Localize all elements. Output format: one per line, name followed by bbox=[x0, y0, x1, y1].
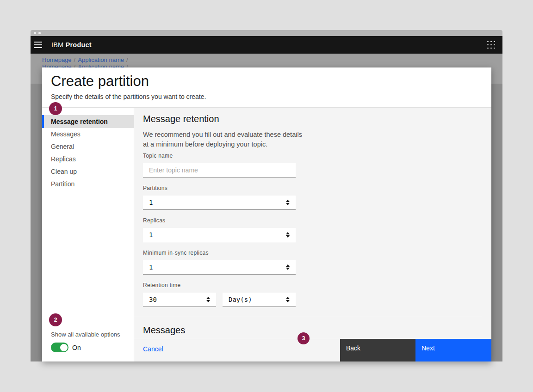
number-stepper[interactable] bbox=[286, 297, 290, 302]
retention-unit-field bbox=[223, 293, 296, 307]
nav-item-message-retention[interactable]: Message retention bbox=[42, 115, 134, 128]
increment-icon[interactable] bbox=[286, 264, 290, 267]
decrement-icon[interactable] bbox=[286, 235, 290, 238]
number-stepper[interactable] bbox=[286, 200, 290, 205]
partitions-field bbox=[143, 196, 296, 210]
options-toggle-section: Show all available options On bbox=[51, 331, 120, 352]
step-badge-3: 3 bbox=[297, 332, 310, 344]
breadcrumb-link-homepage[interactable]: Homepage bbox=[42, 56, 72, 63]
brand-title: IBM Product bbox=[51, 41, 92, 49]
increment-icon[interactable] bbox=[286, 232, 290, 234]
retention-time-row bbox=[143, 288, 491, 307]
retention-time-label: Retention time bbox=[143, 282, 491, 288]
cancel-button[interactable]: Cancel bbox=[143, 345, 163, 353]
window-dot-icon[interactable] bbox=[38, 32, 41, 34]
brand-name: Product bbox=[66, 41, 92, 49]
retention-time-field bbox=[143, 293, 216, 307]
section-description: We recommend you fill out and evaluate t… bbox=[143, 130, 304, 149]
nav-item-messages[interactable]: Messages bbox=[42, 128, 134, 141]
next-button[interactable]: Next bbox=[415, 339, 491, 361]
modal-subtitle: Specify the details of the partitions yo… bbox=[51, 93, 491, 100]
number-stepper[interactable] bbox=[206, 297, 210, 302]
options-toggle-label: Show all available options bbox=[51, 331, 120, 338]
app-switcher-grid-icon[interactable] bbox=[487, 41, 495, 49]
modal-title: Create partition bbox=[51, 74, 491, 89]
window-chrome-bar bbox=[31, 30, 502, 36]
create-partition-tearsheet: 1 2 3 Create partition Specify the detai… bbox=[42, 67, 491, 361]
options-toggle[interactable] bbox=[51, 343, 68, 352]
topic-name-input[interactable] bbox=[143, 166, 296, 174]
section-title: Message retention bbox=[143, 114, 491, 124]
number-stepper[interactable] bbox=[286, 232, 290, 238]
content-column: Message retention We recommend you fill … bbox=[134, 108, 491, 361]
partitions-input[interactable] bbox=[143, 199, 259, 206]
retention-unit-input[interactable] bbox=[223, 296, 311, 303]
footer-cancel-area: Cancel bbox=[134, 339, 340, 361]
min-insync-replicas-label: Minimum in-sync replicas bbox=[143, 250, 491, 256]
modal-footer: Cancel Back Next bbox=[134, 339, 491, 361]
hamburger-menu-icon[interactable] bbox=[34, 42, 42, 48]
breadcrumb: Homepage/Application name/ bbox=[42, 57, 502, 63]
breadcrumb-separator: / bbox=[126, 56, 128, 63]
nav-item-general[interactable]: General bbox=[42, 141, 134, 153]
step-badge-1: 1 bbox=[49, 102, 62, 115]
step-badge-2: 2 bbox=[49, 313, 62, 326]
increment-icon[interactable] bbox=[286, 297, 290, 299]
form-content: Message retention We recommend you fill … bbox=[134, 108, 491, 339]
retention-time-input[interactable] bbox=[143, 296, 232, 303]
decrement-icon[interactable] bbox=[286, 300, 290, 302]
number-stepper[interactable] bbox=[286, 264, 290, 270]
section-divider bbox=[134, 316, 482, 316]
partitions-label: Partitions bbox=[143, 185, 491, 191]
brand-prefix: IBM bbox=[51, 41, 63, 49]
browser-window: IBM Product Homepage/Application name/ H… bbox=[31, 30, 502, 361]
topic-name-field bbox=[143, 163, 296, 178]
app-header: IBM Product bbox=[31, 36, 502, 54]
progress-nav: Message retention Messages General Repli… bbox=[42, 115, 134, 190]
breadcrumb-link-application[interactable]: Application name bbox=[78, 56, 124, 63]
modal-header: Create partition Specify the details of … bbox=[42, 67, 491, 108]
replicas-field bbox=[143, 228, 296, 242]
topic-name-label: Topic name bbox=[143, 153, 491, 159]
toggle-state-label: On bbox=[72, 344, 81, 351]
nav-item-partition[interactable]: Partition bbox=[42, 178, 134, 190]
messages-section-title: Messages bbox=[143, 325, 491, 336]
back-button[interactable]: Back bbox=[340, 339, 415, 361]
decrement-icon[interactable] bbox=[286, 203, 290, 205]
window-dot-icon[interactable] bbox=[34, 32, 36, 34]
breadcrumb-separator: / bbox=[74, 56, 76, 63]
min-insync-replicas-input[interactable] bbox=[143, 263, 259, 271]
min-insync-replicas-field bbox=[143, 260, 296, 275]
decrement-icon[interactable] bbox=[206, 300, 210, 302]
nav-item-replicas[interactable]: Replicas bbox=[42, 153, 134, 165]
decrement-icon[interactable] bbox=[286, 268, 290, 270]
toggle-knob bbox=[60, 344, 68, 351]
nav-item-clean-up[interactable]: Clean up bbox=[42, 165, 134, 178]
increment-icon[interactable] bbox=[286, 200, 290, 202]
modal-body: Message retention Messages General Repli… bbox=[42, 108, 491, 361]
replicas-input[interactable] bbox=[143, 231, 259, 239]
increment-icon[interactable] bbox=[206, 297, 210, 299]
replicas-label: Replicas bbox=[143, 217, 491, 224]
